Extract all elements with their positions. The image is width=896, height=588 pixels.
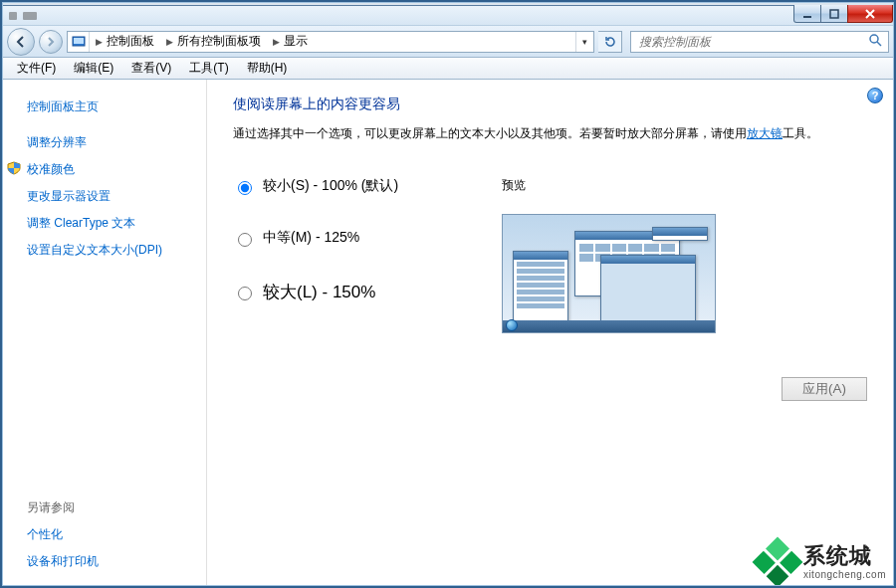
sidebar-link-personalize[interactable]: 个性化: [25, 521, 194, 548]
breadcrumb-label: 显示: [284, 33, 308, 50]
window-maximize-button[interactable]: [820, 5, 848, 23]
menu-file[interactable]: 文件(F): [9, 58, 64, 79]
nav-back-button[interactable]: [7, 28, 35, 56]
breadcrumb-segment[interactable]: ▶显示: [267, 32, 314, 52]
search-icon[interactable]: [868, 33, 882, 50]
menu-edit[interactable]: 编辑(E): [66, 58, 121, 79]
preview-image: [502, 214, 716, 333]
menu-tools[interactable]: 工具(T): [181, 58, 236, 79]
sidebar-link-calibrate[interactable]: 校准颜色: [25, 156, 194, 183]
help-icon[interactable]: ?: [867, 88, 883, 103]
sidebar-link-resolution[interactable]: 调整分辨率: [25, 129, 194, 156]
sidebar-link-cleartype[interactable]: 调整 ClearType 文本: [25, 210, 194, 237]
radio-larger[interactable]: [238, 287, 252, 300]
option-label: 中等(M) - 125%: [263, 229, 359, 247]
sidebar-link-dpi[interactable]: 设置自定义文本大小(DPI): [25, 237, 194, 264]
option-larger[interactable]: 较大(L) - 150%: [233, 281, 472, 303]
sidebar-see-also-header: 另请参阅: [25, 494, 194, 521]
svg-point-4: [870, 35, 878, 43]
preview-label: 预览: [502, 177, 867, 194]
menu-view[interactable]: 查看(V): [123, 58, 179, 79]
uac-shield-icon: [7, 161, 21, 175]
nav-forward-button[interactable]: [39, 30, 63, 54]
magnifier-link[interactable]: 放大镜: [747, 126, 783, 140]
svg-rect-0: [803, 16, 811, 18]
window-close-button[interactable]: [847, 5, 893, 23]
menu-bar: 文件(F) 编辑(E) 查看(V) 工具(T) 帮助(H): [2, 58, 894, 80]
window-minimize-button[interactable]: [793, 5, 821, 23]
option-label: 较小(S) - 100% (默认): [263, 177, 398, 195]
control-panel-icon: [68, 32, 90, 52]
breadcrumb-segment[interactable]: ▶控制面板: [90, 32, 160, 52]
breadcrumb-label: 控制面板: [107, 33, 154, 50]
radio-smaller[interactable]: [238, 181, 252, 195]
menu-help[interactable]: 帮助(H): [239, 58, 296, 79]
titlebar-indicator: [23, 12, 37, 20]
sidebar-link-devices[interactable]: 设备和打印机: [25, 548, 194, 575]
breadcrumb-segment[interactable]: ▶所有控制面板项: [160, 32, 267, 52]
svg-rect-3: [74, 38, 84, 44]
page-title: 使阅读屏幕上的内容更容易: [233, 96, 867, 113]
option-smaller[interactable]: 较小(S) - 100% (默认): [233, 177, 472, 195]
svg-rect-1: [830, 10, 838, 18]
sidebar-link-display-settings[interactable]: 更改显示器设置: [25, 183, 194, 210]
desc-text: 通过选择其中一个选项，可以更改屏幕上的文本大小以及其他项。若要暂时放大部分屏幕，…: [233, 126, 747, 140]
sidebar: 控制面板主页 调整分辨率 校准颜色 更改显示器设置 调整 ClearType 文…: [3, 80, 207, 585]
svg-line-5: [877, 42, 881, 46]
sidebar-home-link[interactable]: 控制面板主页: [25, 94, 194, 129]
radio-medium[interactable]: [238, 233, 252, 247]
page-description: 通过选择其中一个选项，可以更改屏幕上的文本大小以及其他项。若要暂时放大部分屏幕，…: [233, 123, 867, 143]
breadcrumb-dropdown[interactable]: ▾: [575, 32, 593, 52]
option-medium[interactable]: 中等(M) - 125%: [233, 229, 472, 247]
content-pane: ? 使阅读屏幕上的内容更容易 通过选择其中一个选项，可以更改屏幕上的文本大小以及…: [207, 80, 893, 585]
breadcrumb-label: 所有控制面板项: [177, 33, 261, 50]
refresh-button[interactable]: [598, 31, 622, 53]
search-input[interactable]: [637, 34, 868, 50]
sidebar-link-label: 校准颜色: [27, 162, 75, 176]
address-breadcrumb[interactable]: ▶控制面板 ▶所有控制面板项 ▶显示 ▾: [67, 31, 594, 53]
search-box[interactable]: [630, 31, 889, 53]
desc-text: 工具。: [783, 126, 818, 140]
apply-button[interactable]: 应用(A): [782, 377, 867, 401]
navigation-bar: ▶控制面板 ▶所有控制面板项 ▶显示 ▾: [2, 25, 894, 58]
titlebar-indicator: [9, 12, 17, 20]
option-label: 较大(L) - 150%: [263, 281, 375, 303]
window-titlebar: [2, 5, 894, 25]
